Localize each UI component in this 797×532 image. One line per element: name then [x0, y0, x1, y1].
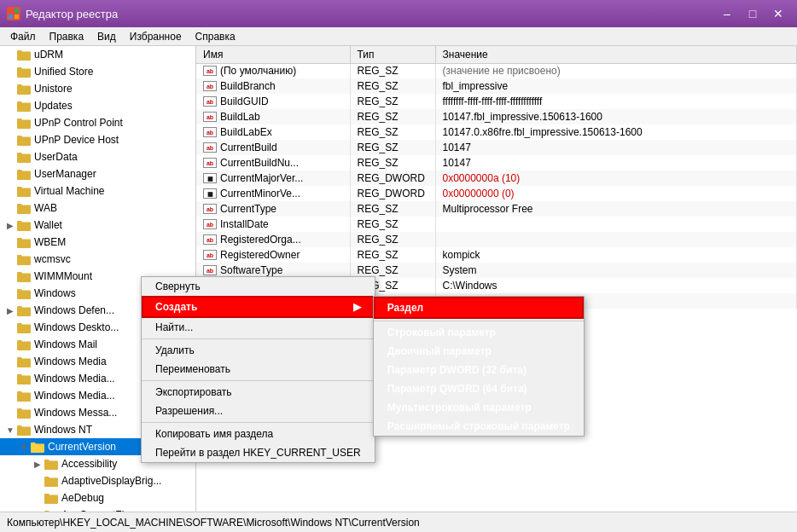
ctx-permissions[interactable]: Разрешения... [142, 402, 375, 420]
tree-item[interactable]: Unistore [0, 80, 195, 97]
menu-файл[interactable]: Файл [3, 29, 43, 44]
folder-icon [44, 458, 58, 470]
tree-arrow [3, 218, 17, 232]
tree-item[interactable]: AppCompatFlags [0, 506, 195, 512]
table-row[interactable]: ab(По умолчанию)REG_SZ(значение не присв… [196, 63, 797, 78]
reg-value: 10147.fbl_impressive.150613-1600 [435, 109, 797, 124]
table-row[interactable]: ▦CurrentMajorVer...REG_DWORD0x0000000a (… [196, 171, 797, 186]
tree-label: Windows Mail [34, 338, 97, 350]
tree-item[interactable]: AdaptiveDisplayBrig... [0, 472, 195, 489]
submenu-multistring[interactable]: Мультистроковый параметр [374, 398, 584, 417]
ctx-find[interactable]: Найти... [142, 318, 375, 337]
reg-name: abCurrentBuild [196, 140, 350, 155]
window-controls: – □ ✕ [715, 4, 790, 23]
tree-label: WBEM [34, 236, 66, 248]
reg-value [435, 232, 797, 247]
tree-label: Unified Store [34, 66, 93, 78]
app-window: Редактор реестра – □ ✕ ФайлПравкаВидИзбр… [0, 0, 797, 532]
table-row[interactable]: abRegisteredOwnerREG_SZkompick [196, 247, 797, 263]
menu-вид[interactable]: Вид [90, 29, 123, 44]
tree-item[interactable]: UPnP Control Point [0, 114, 195, 131]
table-row[interactable]: abInstallDateREG_SZ [196, 217, 797, 232]
submenu-string[interactable]: Строковый параметр [374, 323, 584, 342]
submenu-qword[interactable]: Параметр QWORD (64 бита) [374, 379, 584, 398]
table-row[interactable]: abCurrentTypeREG_SZMultiprocessor Free [196, 201, 797, 217]
submenu-dword[interactable]: Параметр DWORD (32 бита) [374, 361, 584, 379]
tree-item[interactable]: WAB [0, 200, 195, 217]
tree-item[interactable]: Virtual Machine [0, 182, 195, 200]
reg-name: abRegisteredOwner [196, 247, 350, 263]
table-row[interactable]: abBuildLabREG_SZ10147.fbl_impressive.150… [196, 109, 797, 124]
table-row[interactable]: abCurrentBuildNu...REG_SZ10147 [196, 155, 797, 171]
table-row[interactable]: ▦CurrentMinorVe...REG_DWORD0x00000000 (0… [196, 186, 797, 201]
ctx-collapse[interactable]: Свернуть [142, 277, 375, 296]
folder-icon [17, 83, 31, 95]
folder-icon [17, 373, 31, 385]
folder-icon [17, 100, 31, 112]
ctx-copy-name[interactable]: Копировать имя раздела [142, 425, 375, 443]
reg-type: REG_SZ [350, 217, 435, 232]
reg-name: abBuildLabEx [196, 124, 350, 140]
menu-справка[interactable]: Справка [189, 29, 242, 44]
tree-item[interactable]: WBEM [0, 234, 195, 251]
menu-правка[interactable]: Правка [43, 29, 91, 44]
tree-label: CurrentVersion [48, 441, 116, 453]
folder-icon [17, 219, 31, 231]
tree-item[interactable]: Unified Store [0, 63, 195, 80]
tree-arrow [17, 440, 31, 454]
tree-label: Windows Defen... [34, 304, 114, 316]
tree-label: WAB [34, 202, 57, 214]
menu-избранное[interactable]: Избранное [123, 29, 189, 44]
svg-rect-2 [9, 14, 13, 19]
tree-arrow [3, 304, 17, 317]
tree-item[interactable]: wcmsvc [0, 251, 195, 268]
tree-item[interactable]: uDRM [0, 46, 195, 63]
tree-item[interactable]: UPnP Device Host [0, 131, 195, 148]
minimize-button[interactable]: – [715, 4, 739, 23]
submenu-expandstring[interactable]: Расширяемый строковый параметр [374, 417, 584, 436]
menu-bar: ФайлПравкаВидИзбранноеСправка [0, 27, 797, 46]
status-text: Компьютер\HKEY_LOCAL_MACHINE\SOFTWARE\Mi… [7, 517, 420, 529]
reg-value: kompick [435, 247, 797, 263]
tree-item[interactable]: Wallet [0, 217, 195, 234]
reg-type: REG_SZ [350, 155, 435, 171]
close-button[interactable]: ✕ [766, 4, 790, 23]
maximize-button[interactable]: □ [741, 4, 765, 23]
folder-icon [44, 509, 58, 512]
folder-icon [17, 270, 31, 282]
folder-icon [17, 424, 31, 436]
submenu-section[interactable]: Раздел [374, 297, 584, 319]
ctx-create[interactable]: Создать ▶ Раздел Строковый параметр Двои… [142, 296, 375, 318]
table-row[interactable]: abBuildLabExREG_SZ10147.0.x86fre.fbl_imp… [196, 124, 797, 140]
reg-type: REG_SZ [350, 247, 435, 263]
table-row[interactable]: abBuildGUIDREG_SZffffffff-ffff-ffff-ffff… [196, 94, 797, 109]
tree-item[interactable]: Updates [0, 97, 195, 114]
folder-icon [17, 185, 31, 197]
folder-icon [17, 236, 31, 248]
svg-rect-0 [9, 9, 13, 13]
table-row[interactable]: abRegisteredOrga...REG_SZ [196, 232, 797, 247]
tree-item[interactable]: UserData [0, 148, 195, 165]
folder-icon [17, 407, 31, 419]
folder-icon [17, 390, 31, 402]
tree-item[interactable]: AeDebug [0, 489, 195, 506]
folder-icon [17, 253, 31, 265]
ctx-export[interactable]: Экспортировать [142, 383, 375, 402]
svg-rect-3 [15, 14, 19, 19]
reg-value: 0x0000000a (10) [435, 171, 797, 186]
table-row[interactable]: abCurrentBuildREG_SZ10147 [196, 140, 797, 155]
ctx-goto-hkcu[interactable]: Перейти в раздел HKEY_CURRENT_USER [142, 443, 375, 462]
table-row[interactable]: abBuildBranchREG_SZfbl_impressive [196, 78, 797, 94]
folder-icon [17, 338, 31, 350]
reg-type: REG_SZ [350, 94, 435, 109]
folder-icon [17, 304, 31, 316]
submenu-binary[interactable]: Двоичный параметр [374, 342, 584, 361]
ctx-rename[interactable]: Переименовать [142, 360, 375, 379]
folder-icon [17, 66, 31, 78]
submenu-separator [374, 321, 584, 321]
reg-name: ab(По умолчанию) [196, 63, 350, 78]
tree-label: Unistore [34, 83, 73, 95]
ctx-delete[interactable]: Удалить [142, 341, 375, 360]
tree-item[interactable]: UserManager [0, 165, 195, 182]
reg-type: REG_SZ [350, 201, 435, 217]
